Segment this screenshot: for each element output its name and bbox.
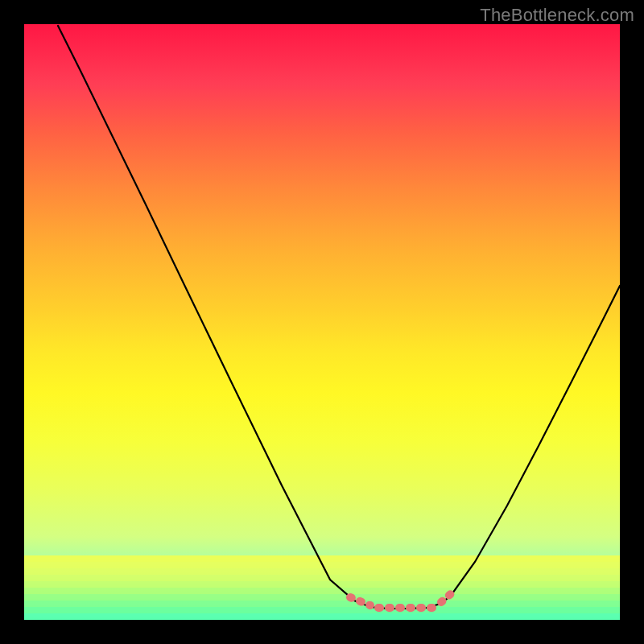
chart-plot-area xyxy=(24,24,620,620)
bottleneck-curve xyxy=(58,26,620,609)
watermark-text: TheBottleneck.com xyxy=(480,5,634,26)
chart-curve-layer xyxy=(24,24,620,620)
left-tail-marker xyxy=(350,597,370,605)
chart-frame: TheBottleneck.com xyxy=(0,0,644,644)
right-tail-marker xyxy=(441,592,452,602)
